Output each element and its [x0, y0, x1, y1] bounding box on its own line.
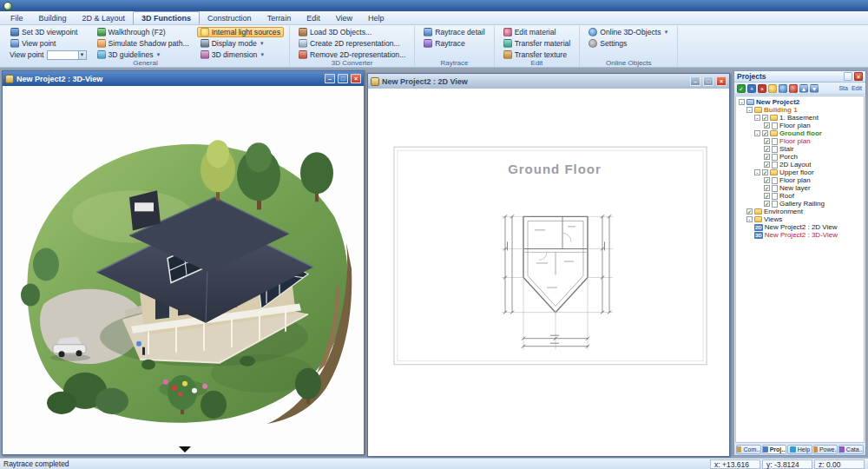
furniture-icon — [299, 28, 307, 36]
checkbox-icon[interactable]: ✓ — [746, 208, 753, 215]
tree-item-building-1[interactable]: - Building 1 — [737, 106, 864, 114]
view-point-combo[interactable]: ▼ — [47, 50, 87, 60]
monitor-icon — [201, 39, 209, 48]
display-mode-button[interactable]: Display mode ▼ — [197, 38, 284, 49]
tree-item-gallery-railing[interactable]: ✓ Gallery Railing — [737, 200, 864, 208]
checkbox-icon[interactable]: ✓ — [764, 122, 770, 129]
tab-label: Com... — [743, 446, 760, 452]
tree-item-2d-layout[interactable]: ✓ 2D Layout — [737, 161, 864, 168]
record-icon[interactable] — [789, 84, 798, 93]
2d-viewport[interactable]: Ground Floor — [368, 89, 729, 456]
tab-components[interactable]: Com... — [736, 445, 761, 454]
close-button[interactable]: × — [716, 76, 727, 86]
close-button[interactable]: × — [351, 74, 361, 83]
3d-scene-render[interactable] — [3, 86, 364, 454]
checkbox-icon[interactable]: ✓ — [764, 177, 770, 183]
3d-viewport[interactable] — [3, 86, 364, 454]
menu-tab-view[interactable]: View — [328, 12, 360, 24]
move-down-icon[interactable]: ▼ — [810, 84, 819, 93]
ribbon-group-label: Online Objects — [580, 59, 677, 67]
transfer-material-button[interactable]: Transfer material — [500, 38, 575, 49]
menu-tab-edit[interactable]: Edit — [299, 12, 328, 24]
menu-tab-3d-functions[interactable]: 3D Functions — [133, 11, 200, 24]
close-icon[interactable]: × — [854, 72, 863, 81]
simulate-shadow-button[interactable]: Simulate Shadow path... — [94, 38, 193, 49]
menu-tab-construction[interactable]: Construction — [200, 12, 260, 24]
tab-powertools[interactable]: Powe... — [813, 445, 838, 454]
menu-tab-building[interactable]: Building — [31, 12, 75, 24]
checkbox-icon[interactable]: ✓ — [764, 185, 770, 191]
view-icon[interactable] — [779, 84, 787, 93]
checkbox-icon[interactable]: ✓ — [764, 146, 770, 152]
raytrace-button[interactable]: Raytrace — [420, 38, 488, 49]
load-3d-objects-button[interactable]: Load 3D Objects... — [295, 27, 409, 37]
tree-item-upper-floor-plan[interactable]: ✓ Floor plan — [737, 176, 864, 184]
toolbar-edit-button[interactable]: Edit — [851, 85, 863, 91]
menu-tab-2d-layout[interactable]: 2D & Layout — [75, 12, 134, 24]
checkbox-icon[interactable]: ✓ — [764, 138, 770, 144]
tree-item-ground-floor[interactable]: - ✓ Ground floor — [737, 129, 864, 137]
collapse-icon[interactable]: - — [754, 169, 760, 175]
checkbox-icon[interactable]: ✓ — [762, 115, 768, 121]
checkbox-icon[interactable]: ✓ — [762, 169, 768, 175]
toolbar-sta-button[interactable]: Sta — [838, 85, 849, 91]
tree-item-roof[interactable]: ✓ Roof — [737, 192, 864, 200]
collapse-icon[interactable]: - — [754, 115, 760, 121]
chevron-down-icon[interactable]: ▼ — [78, 51, 86, 59]
tree-label: 2D Layout — [779, 161, 811, 168]
document-icon — [772, 177, 778, 184]
checkbox-icon[interactable]: ✓ — [764, 162, 770, 168]
maximize-button[interactable]: □ — [703, 76, 713, 86]
edit-material-button[interactable]: Edit material — [500, 27, 575, 37]
checkbox-icon[interactable]: ✓ — [762, 130, 768, 136]
tree-item-basement[interactable]: - ✓ 1. Basement — [737, 114, 864, 122]
menu-tab-help[interactable]: Help — [360, 12, 392, 24]
internal-light-sources-button[interactable]: Internal light sources — [197, 27, 284, 37]
tab-catalog[interactable]: Cata... — [838, 445, 864, 454]
view-point-button[interactable]: View point — [7, 38, 89, 49]
set-3d-viewpoint-button[interactable]: Set 3D viewpoint — [7, 27, 89, 37]
tree-item-porch[interactable]: ✓ Porch — [737, 153, 864, 161]
tree-item-views[interactable]: - Views — [737, 215, 864, 223]
minimize-button[interactable]: – — [325, 74, 335, 83]
tree-item-ground-floor-plan[interactable]: ✓ Floor plan — [737, 137, 864, 145]
delete-icon[interactable]: × — [758, 84, 766, 93]
tree-item-new-project2[interactable]: - New Project2 — [737, 98, 864, 106]
maximize-button[interactable]: □ — [338, 74, 348, 83]
add-icon[interactable]: + — [747, 84, 756, 93]
collapse-icon[interactable]: - — [746, 107, 753, 113]
ribbon: Set 3D viewpoint View point View point ▼… — [0, 25, 868, 68]
visibility-bulb-icon[interactable] — [768, 84, 777, 93]
apply-check-icon[interactable]: ✓ — [737, 84, 746, 93]
menu-tab-file[interactable]: File — [3, 12, 31, 24]
collapse-icon[interactable]: - — [746, 216, 753, 222]
collapse-icon[interactable]: - — [754, 130, 760, 136]
floor-plan-canvas[interactable]: Ground Floor — [368, 89, 729, 456]
walkthrough-button[interactable]: Walkthrough (F2) — [94, 27, 193, 37]
tree-item-environment[interactable]: ✓ Environment — [737, 208, 864, 215]
raytrace-detail-button[interactable]: Raytrace detail — [420, 27, 488, 37]
settings-button[interactable]: Settings — [585, 38, 672, 49]
move-up-icon[interactable]: ▲ — [799, 84, 808, 93]
collapse-icon[interactable]: - — [739, 99, 745, 105]
window-titlebar[interactable]: New Project2 : 3D-View – □ × — [3, 71, 364, 86]
pin-icon[interactable] — [844, 72, 852, 81]
tree-item-2d-view[interactable]: 2D New Project2 : 2D View — [737, 223, 864, 231]
tree-item-new-layer[interactable]: ✓ New layer — [737, 184, 864, 192]
online-3d-objects-button[interactable]: Online 3D-Objects ▼ — [585, 27, 672, 37]
ribbon-group-raytrace: Raytrace detail Raytrace Raytrace — [415, 26, 494, 67]
checkbox-icon[interactable]: ✓ — [764, 201, 770, 207]
tree-item-stair[interactable]: ✓ Stair — [737, 145, 864, 153]
mdi-workspace: New Project2 : 3D-View – □ × — [0, 68, 868, 458]
tree-item-basement-floor-plan[interactable]: ✓ Floor plan — [737, 122, 864, 129]
tree-item-upper-floor[interactable]: - ✓ Upper floor — [737, 168, 864, 176]
checkbox-icon[interactable]: ✓ — [764, 193, 770, 199]
minimize-button[interactable]: – — [690, 76, 700, 86]
tree-item-3d-view[interactable]: 3D New Project2 : 3D-View — [737, 231, 864, 239]
tab-help[interactable]: Help — [787, 445, 812, 454]
menu-tab-terrain[interactable]: Terrain — [260, 12, 299, 24]
checkbox-icon[interactable]: ✓ — [764, 154, 770, 160]
tab-projects[interactable]: Proj... — [762, 445, 787, 454]
window-titlebar[interactable]: New Project2 : 2D View – □ × — [368, 74, 729, 89]
create-2d-representation-button[interactable]: Create 2D representation... — [295, 38, 409, 49]
